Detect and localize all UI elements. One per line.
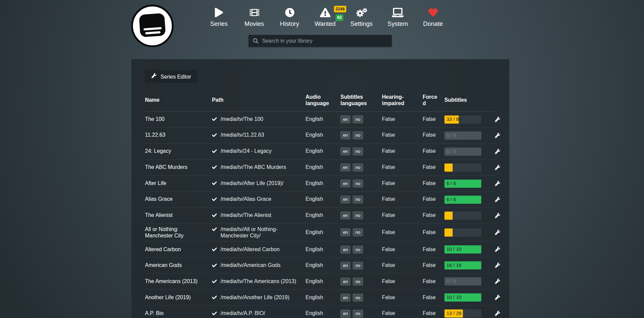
nav-item-settings[interactable]: Settings [351,7,373,27]
path-text: /media/tv/After Life (2019)/ [221,180,283,187]
nav-item-wanted[interactable]: Wanted224662 [315,7,336,27]
series-editor-label: Series Editor [160,73,191,79]
subtitles-count: 10 / 10 [447,294,462,301]
edit-series-button[interactable] [493,115,502,124]
subtitles-progress: 6 / 6 [445,195,481,203]
subtitles-cell: 0 / 0 [445,147,493,155]
subtitle-languages: enno [340,229,382,236]
hearing-impaired-value: False [382,132,423,139]
language-badge: no [353,132,363,139]
nav-item-donate[interactable]: Donate [423,7,443,27]
subtitles-cell: 33 / 84 [445,115,493,123]
nav-item-series[interactable]: Series [209,7,229,27]
edit-series-button[interactable] [493,163,502,172]
edit-series-button[interactable] [493,179,502,188]
series-name-link[interactable]: A.P. Bio [145,310,212,317]
edit-series-button[interactable] [493,293,502,302]
edit-series-button[interactable] [493,147,502,156]
audio-language: English [306,278,340,285]
series-name-link[interactable]: The Alienist [145,212,212,219]
progress-fill [445,211,453,219]
subtitles-count: 0 / 0 [447,148,456,154]
wanted-count-badge: 2246 [334,6,346,12]
audio-language: English [306,246,340,253]
forced-value: False [423,180,445,187]
series-path: /media/tv/The 100 [212,116,306,123]
series-name-link[interactable]: American Gods [145,262,212,269]
edit-series-button[interactable] [493,245,502,254]
hearing-impaired-value: False [382,310,423,317]
check-icon [212,132,217,138]
series-name-link[interactable]: After Life [145,180,212,187]
series-name-link[interactable]: Altered Carbon [145,246,212,253]
table-row: The Americans (2013)/media/tv/The Americ… [145,274,496,290]
subtitles-progress: 16 / 16 [445,261,481,269]
play-icon [215,7,223,17]
edit-series-button[interactable] [493,277,502,286]
series-name-link[interactable]: The ABC Murders [145,164,212,171]
subtitles-cell: 0 / 0 [445,131,493,139]
subtitles-cell [445,228,493,236]
language-badge: en [340,116,351,123]
language-badge: en [340,293,351,301]
series-path: /media/tv/24 - Legacy [212,148,306,155]
series-path: /media/tv/All or Nothing- Manchester Cit… [212,226,306,239]
subtitles-progress [445,211,481,219]
nav-label: Settings [351,20,373,27]
edit-series-button[interactable] [493,309,502,318]
language-badge: no [353,310,363,317]
series-name-link[interactable]: 24: Legacy [145,148,212,155]
subtitles-progress: 0 / 0 [445,277,481,285]
edit-series-button[interactable] [493,228,502,237]
language-badge: en [340,147,351,155]
language-badge: en [340,212,351,219]
edit-series-button[interactable] [493,131,502,140]
series-name-link[interactable]: The 100 [145,116,212,123]
nav-item-history[interactable]: History [279,7,300,27]
table-row: Another Life (2019)/media/tv/Another Lif… [145,290,496,306]
series-path: /media/tv/Alias Grace [212,196,306,203]
series-name-link[interactable]: 11.22.63 [145,132,212,139]
column-header: Path [212,97,306,104]
nav-item-movies[interactable]: Movies [244,7,265,27]
search-input[interactable] [262,38,387,44]
language-badge: en [340,180,351,187]
subtitles-progress: 0 / 0 [445,131,481,139]
edit-series-button[interactable] [493,261,502,270]
table-row: Alias Grace/media/tv/Alias GraceEnglishe… [145,192,496,208]
laptop-icon [392,7,404,17]
series-name-link[interactable]: Alias Grace [145,196,212,203]
series-path: /media/tv/Altered Carbon [212,246,306,253]
subtitles-cell: 13 / 26 [445,309,493,317]
column-header: Name [145,97,212,104]
series-name-link[interactable]: Another Life (2019) [145,294,212,301]
check-icon [212,196,217,202]
edit-series-button[interactable] [493,195,502,204]
language-badge: en [340,132,351,139]
series-editor-button[interactable]: Series Editor [145,70,197,83]
language-badge: en [340,164,351,171]
row-actions [493,195,504,204]
nav-item-system[interactable]: System [387,7,408,27]
column-header: Audio language [306,94,340,107]
hearing-impaired-value: False [382,164,423,171]
hearing-impaired-value: False [382,262,423,269]
subtitles-cell [445,163,493,171]
progress-fill [445,163,453,171]
series-name-link[interactable]: All or Nothing: Manchester City [145,226,212,239]
edit-series-button[interactable] [493,211,502,220]
nav-label: Movies [244,20,264,27]
series-name-link[interactable]: The Americans (2013) [145,278,212,285]
check-icon [212,116,217,122]
table-row: American Gods/media/tv/American GodsEngl… [145,258,496,274]
check-icon [212,246,217,252]
check-icon [212,180,217,186]
subtitle-languages: enno [340,147,382,155]
row-actions [493,115,504,124]
table-row: Altered Carbon/media/tv/Altered CarbonEn… [145,241,496,258]
bazarr-logo[interactable] [131,4,174,48]
subtitle-languages: enno [340,164,382,171]
language-badge: en [340,229,351,236]
hearing-impaired-value: False [382,278,423,285]
row-actions [493,163,504,172]
